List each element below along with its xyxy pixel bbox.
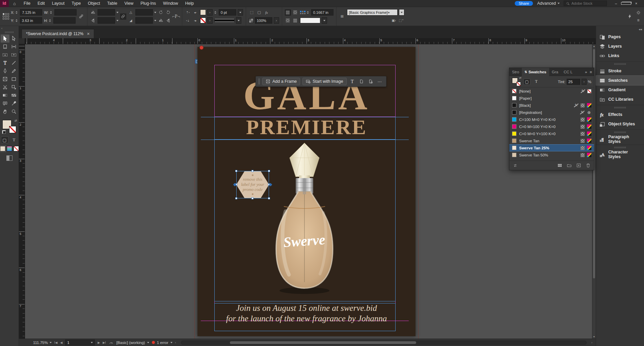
- gradient-feather-tool[interactable]: [9, 91, 18, 99]
- menu-plugins[interactable]: Plug-Ins: [137, 0, 159, 6]
- menu-window[interactable]: Window: [160, 0, 181, 6]
- poster-footer-text[interactable]: Join us on August 15 online at swerve.bi…: [197, 303, 415, 324]
- free-transform-tool[interactable]: [9, 83, 18, 91]
- stroke-weight-dropdown[interactable]: [238, 9, 243, 16]
- last-page-button[interactable]: ▶Ⅰ: [103, 341, 106, 344]
- add-frame-button[interactable]: Add a Frame: [262, 78, 300, 85]
- minimize-button[interactable]: –: [611, 1, 621, 5]
- object-style-field[interactable]: [Basic Graphics Frame]+: [347, 9, 398, 16]
- panel-button-links[interactable]: Links: [596, 51, 644, 60]
- zoom-level-select[interactable]: 111.75%: [33, 341, 52, 345]
- line-tool[interactable]: [9, 59, 18, 67]
- flip-v-button-icon[interactable]: [165, 18, 171, 24]
- rotate-cw-icon[interactable]: [165, 9, 171, 16]
- wrap-bounding-box-icon[interactable]: [292, 9, 298, 16]
- style-override-icon[interactable]: ▣›: [391, 18, 397, 24]
- swatch-row[interactable]: Swerve Tan 25% ✎ ⊕: [509, 144, 594, 151]
- w-field[interactable]: [54, 9, 77, 16]
- delete-swatch-icon[interactable]: [586, 163, 591, 168]
- panel-formatting-container-button[interactable]: ▢: [524, 79, 530, 85]
- object-style-dropdown[interactable]: [399, 9, 404, 16]
- menu-table[interactable]: Table: [104, 0, 120, 6]
- flip-vertical-icon[interactable]: [90, 18, 96, 24]
- opacity-dropdown[interactable]: ›: [274, 17, 279, 24]
- h-stepper[interactable]: [49, 19, 51, 22]
- wrap-object-shape-icon[interactable]: [285, 18, 291, 24]
- corner-options-icon[interactable]: ⬚: [249, 9, 255, 16]
- first-page-button[interactable]: Ⅰ◀: [54, 341, 58, 344]
- perfume-bottle-image[interactable]: Swerve: [266, 140, 343, 295]
- select-container-icon[interactable]: ⇡▫: [185, 9, 191, 16]
- panel-button-swatches[interactable]: Swatches: [596, 76, 644, 85]
- shear-field[interactable]: [135, 17, 153, 24]
- preflight-profile-select[interactable]: [Basic] (working): [116, 341, 149, 345]
- panel-button-layers[interactable]: Layers: [596, 42, 644, 51]
- note-tool[interactable]: [1, 99, 9, 107]
- next-page-button[interactable]: ▶: [98, 341, 100, 344]
- select-content-icon[interactable]: ◂▫: [192, 9, 198, 16]
- tab-swatches[interactable]: ⇅Swatches: [522, 68, 549, 76]
- page-number-select[interactable]: 1: [65, 340, 95, 345]
- panel-button-cc-libraries[interactable]: CC Libraries: [596, 95, 644, 104]
- dock-group-grip[interactable]: [596, 105, 644, 110]
- swatch-row[interactable]: [None] ✎ ⊕: [509, 88, 594, 95]
- quick-actions-icon[interactable]: [626, 14, 633, 20]
- stroke-weight-field[interactable]: 0 pt: [219, 9, 236, 16]
- formatting-affects-text-button[interactable]: T: [10, 137, 18, 143]
- panel-overflow-icon[interactable]: »: [585, 70, 587, 74]
- stroke-type-dropdown[interactable]: [236, 17, 241, 24]
- tab-cc-libraries[interactable]: CC L: [561, 69, 575, 75]
- new-swatch-icon[interactable]: [576, 163, 581, 168]
- poster-subtitle[interactable]: PREMIERE: [197, 116, 415, 139]
- content-placer-tool[interactable]: [9, 51, 18, 59]
- h-field[interactable]: [53, 17, 76, 24]
- panel-button-paragraph-styles[interactable]: Paragraph Styles: [596, 134, 644, 144]
- stroke-swatch[interactable]: [200, 18, 206, 23]
- ruler-origin-corner[interactable]: [19, 38, 25, 44]
- swatch-row[interactable]: Swerve Tan 50% ✎ ⊕: [509, 151, 594, 158]
- close-tab-icon[interactable]: ✕: [87, 32, 90, 36]
- document-tab[interactable]: *Swerve Postcard.indd @ 112% ✕: [22, 29, 94, 38]
- dock-group-grip[interactable]: [596, 129, 644, 134]
- menu-type[interactable]: Type: [68, 0, 84, 6]
- tint-field[interactable]: 25: [567, 79, 580, 85]
- selection-handle[interactable]: [251, 197, 253, 199]
- taskbar-grip[interactable]: [259, 78, 260, 84]
- add-text-button[interactable]: T: [349, 79, 356, 84]
- frame-tool[interactable]: [1, 75, 9, 83]
- fill-swatch[interactable]: [200, 9, 206, 15]
- content-collector-tool[interactable]: [1, 51, 9, 59]
- stroke-dropdown[interactable]: ›: [207, 17, 213, 24]
- horizontal-scrollbar[interactable]: [181, 341, 587, 345]
- gap-tool[interactable]: [9, 43, 18, 51]
- adobe-stock-search[interactable]: [564, 1, 607, 6]
- menu-layout[interactable]: Layout: [49, 0, 68, 6]
- reference-point-proxy[interactable]: [3, 13, 9, 20]
- menu-help[interactable]: Help: [182, 0, 197, 6]
- panel-menu-icon[interactable]: ≡: [590, 70, 592, 74]
- swatch-views-icon[interactable]: [513, 163, 518, 168]
- tools-grip[interactable]: [5, 31, 14, 33]
- swatch-row[interactable]: C=0 M=100 Y=0 K=0 ✎ ⊕: [509, 123, 594, 130]
- tint-dropdown[interactable]: ›: [582, 79, 587, 85]
- vertical-ruler[interactable]: 012345678: [19, 44, 25, 339]
- selection-handle[interactable]: [268, 197, 270, 199]
- panel-button-pages[interactable]: Pages: [596, 32, 644, 42]
- more-options-button[interactable]: ⋯: [376, 79, 383, 84]
- scale-x-field[interactable]: [98, 9, 115, 16]
- stroke-proxy[interactable]: [9, 126, 16, 133]
- stroke-type-preview[interactable]: [214, 19, 235, 22]
- share-button[interactable]: Share: [515, 1, 533, 6]
- rotate-ccw-icon[interactable]: [158, 9, 164, 16]
- horizontal-ruler[interactable]: 4321012345678910: [25, 38, 596, 44]
- dock-group-grip[interactable]: [596, 61, 644, 66]
- rotation-field[interactable]: [135, 9, 153, 16]
- horizontal-scroll-thumb[interactable]: [230, 341, 416, 344]
- restore-button[interactable]: [621, 1, 631, 5]
- w-stepper[interactable]: [50, 11, 52, 14]
- pencil-tool[interactable]: [9, 67, 18, 75]
- swap-icon[interactable]: ⇄: [519, 76, 521, 79]
- x-stepper[interactable]: [16, 11, 18, 14]
- wrap-none-icon[interactable]: [285, 9, 291, 16]
- indesign-logo-icon[interactable]: Id: [0, 0, 9, 7]
